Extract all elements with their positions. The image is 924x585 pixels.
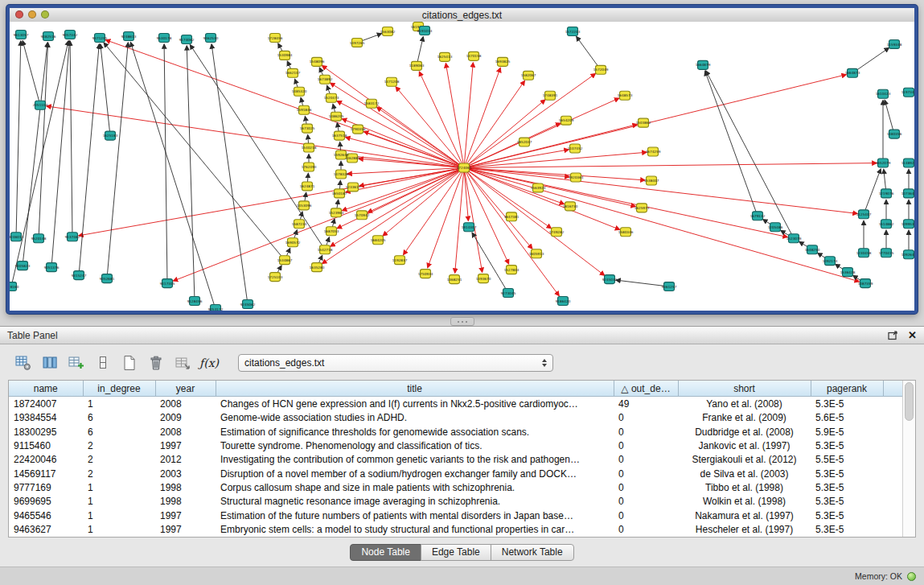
cell-pagerank[interactable]: 5.3E-5 [811, 495, 883, 509]
function-builder-button[interactable]: ƒ(x) [199, 353, 220, 373]
cell-name[interactable]: 14569117 [9, 467, 83, 480]
cell-in_degree[interactable]: 2 [83, 453, 155, 467]
column-header-title[interactable]: title [216, 381, 614, 397]
cell-short[interactable]: de Silva et al. (2003) [678, 467, 811, 480]
cell-filler[interactable] [883, 425, 902, 439]
cell-short[interactable]: Franke et al. (2009) [678, 410, 811, 424]
cell-filler[interactable] [883, 439, 902, 452]
cell-out_degree[interactable]: 0 [614, 410, 678, 424]
close-panel-icon[interactable]: ✕ [908, 330, 917, 340]
table-row[interactable]: 946554611997Estimation of the future num… [9, 509, 902, 522]
cell-title[interactable]: Changes of HCN gene expression and I(f) … [216, 397, 614, 411]
cell-in_degree[interactable]: 1 [83, 495, 155, 509]
window-titlebar[interactable]: citations_edges.txt [10, 8, 914, 23]
cell-out_degree[interactable]: 0 [614, 523, 678, 537]
cell-in_degree[interactable]: 2 [83, 467, 155, 480]
table-row[interactable]: 977716911998Corpus callosum shape and si… [9, 480, 902, 494]
cell-short[interactable]: Wolkin et al. (1998) [678, 495, 811, 509]
show-columns-button[interactable] [39, 353, 60, 373]
table-row[interactable]: 1456911722003Disruption of a novel membe… [9, 467, 902, 480]
cell-filler[interactable] [883, 495, 902, 509]
table-scrollbar[interactable] [902, 381, 915, 537]
cell-year[interactable]: 1997 [155, 439, 216, 452]
cell-year[interactable]: 1998 [155, 495, 216, 509]
minimize-window-button[interactable] [28, 10, 36, 19]
cell-year[interactable]: 2008 [155, 425, 216, 439]
network-canvas[interactable]: 1724061162541311890631471208158317217903… [10, 22, 914, 311]
cell-short[interactable]: Jankovic et al. (1997) [678, 439, 811, 452]
table-row[interactable]: 946362711997Embryonic stem cells: a mode… [9, 523, 902, 537]
column-header-year[interactable]: year [155, 381, 216, 397]
cell-year[interactable]: 2008 [155, 397, 216, 411]
table-row[interactable]: 1938455462009Genome-wide association stu… [9, 410, 902, 424]
cell-in_degree[interactable]: 1 [83, 480, 155, 494]
table-row[interactable]: 2242004622012Investigating the contribut… [9, 453, 902, 467]
import-table-button[interactable] [172, 353, 193, 373]
table-options-button[interactable] [13, 353, 34, 373]
tab-network-table[interactable]: Network Table [491, 544, 574, 561]
close-window-button[interactable] [15, 10, 23, 19]
column-header-in_degree[interactable]: in_degree [83, 381, 155, 397]
cell-pagerank[interactable]: 5.3E-5 [811, 467, 883, 480]
cell-filler[interactable] [883, 523, 902, 537]
cell-out_degree[interactable]: 0 [614, 425, 678, 439]
cell-name[interactable]: 9699695 [9, 495, 83, 509]
cell-title[interactable]: Disruption of a novel member of a sodium… [216, 467, 614, 480]
cell-name[interactable]: 9777169 [9, 480, 83, 494]
cell-short[interactable]: Nakamura et al. (1997) [678, 509, 811, 522]
cell-filler[interactable] [883, 397, 902, 411]
cell-pagerank[interactable]: 5.5E-5 [811, 453, 883, 467]
cell-out_degree[interactable]: 49 [614, 397, 678, 411]
table-row[interactable]: 969969511998Structural magnetic resonanc… [9, 495, 902, 509]
cell-year[interactable]: 1997 [155, 523, 216, 537]
cell-year[interactable]: 2009 [155, 410, 216, 424]
cell-in_degree[interactable]: 2 [83, 439, 155, 452]
cell-pagerank[interactable]: 5.9E-5 [811, 425, 883, 439]
cell-year[interactable]: 2003 [155, 467, 216, 480]
cell-pagerank[interactable]: 5.3E-5 [811, 397, 883, 411]
cell-in_degree[interactable]: 6 [83, 425, 155, 439]
cell-year[interactable]: 1997 [155, 509, 216, 522]
cell-name[interactable]: 9115460 [9, 439, 83, 452]
cell-name[interactable]: 18300295 [9, 425, 83, 439]
cell-pagerank[interactable]: 5.3E-5 [811, 509, 883, 522]
table-row[interactable]: 1830029562008Estimation of significance … [9, 425, 902, 439]
cell-filler[interactable] [883, 410, 902, 424]
cell-pagerank[interactable]: 5.3E-5 [811, 523, 883, 537]
create-table-button[interactable] [119, 353, 140, 373]
cell-title[interactable]: Structural magnetic resonance image aver… [216, 495, 614, 509]
cell-title[interactable]: Tourette syndrome. Phenomenology and cla… [216, 439, 614, 452]
column-header-name[interactable]: name [9, 381, 83, 397]
cell-name[interactable]: 22420046 [9, 453, 83, 467]
panel-splitter-handle[interactable] [450, 317, 474, 326]
cell-title[interactable]: Embryonic stem cells: a model to study s… [216, 523, 614, 537]
zoom-window-button[interactable] [41, 10, 49, 19]
cell-name[interactable]: 9463627 [9, 523, 83, 537]
cell-pagerank[interactable]: 5.6E-5 [811, 410, 883, 424]
column-header-short[interactable]: short [678, 381, 811, 397]
cell-name[interactable]: 19384554 [9, 410, 83, 424]
cell-out_degree[interactable]: 0 [614, 480, 678, 494]
cell-year[interactable]: 2012 [155, 453, 216, 467]
cell-title[interactable]: Genome-wide association studies in ADHD. [216, 410, 614, 424]
cell-out_degree[interactable]: 0 [614, 453, 678, 467]
cell-name[interactable]: 18724007 [9, 397, 83, 411]
tab-edge-table[interactable]: Edge Table [421, 544, 491, 561]
cell-out_degree[interactable]: 0 [614, 509, 678, 522]
cell-filler[interactable] [883, 467, 902, 480]
table-row[interactable]: 911546021997Tourette syndrome. Phenomeno… [9, 439, 902, 452]
cell-pagerank[interactable]: 5.3E-5 [811, 439, 883, 452]
column-header-pagerank[interactable]: pagerank [811, 381, 883, 397]
float-panel-icon[interactable] [888, 331, 898, 340]
cell-out_degree[interactable]: 0 [614, 439, 678, 452]
cell-short[interactable]: Yano et al. (2008) [678, 397, 811, 411]
cell-filler[interactable] [883, 509, 902, 522]
row-tools-button[interactable] [92, 353, 113, 373]
delete-table-button[interactable] [146, 353, 166, 373]
cell-short[interactable]: Tibbo et al. (1998) [678, 480, 811, 494]
scrollbar-thumb[interactable] [905, 382, 914, 421]
table-row[interactable]: 1872400712008Changes of HCN gene express… [9, 397, 902, 411]
column-header-out_degree[interactable]: △ out_de… [614, 381, 678, 397]
cell-in_degree[interactable]: 1 [83, 523, 155, 537]
cell-in_degree[interactable]: 6 [83, 410, 155, 424]
